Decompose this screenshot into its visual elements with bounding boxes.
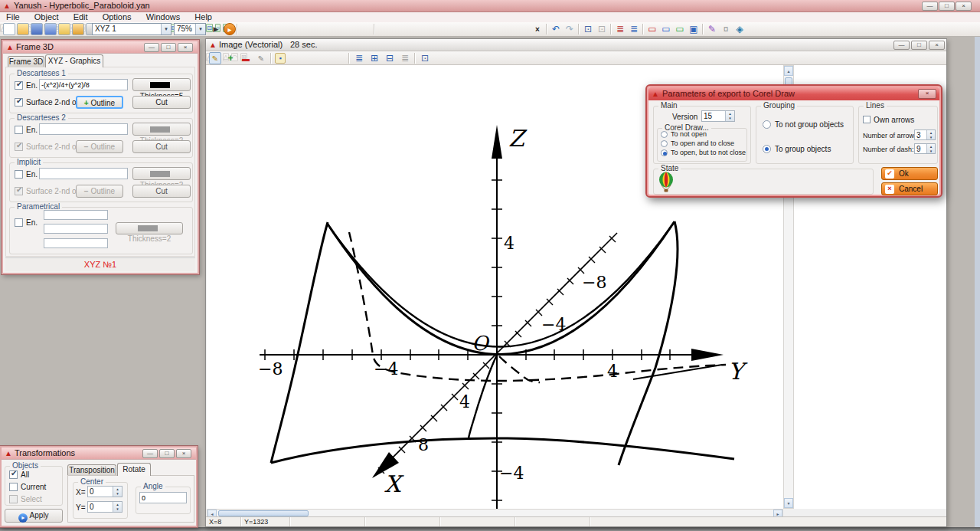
radio-open-close[interactable] (661, 140, 668, 147)
ok-button[interactable]: ✔ Ok (881, 167, 938, 180)
frame3d-minimize-button[interactable]: — (144, 43, 159, 52)
app-minimize-button[interactable]: — (922, 2, 938, 11)
align-row-icon[interactable]: ⊟ (384, 52, 396, 64)
radio-not-open[interactable] (661, 131, 668, 138)
parametrical-z-field[interactable] (44, 238, 108, 248)
x-tick-minus4: −4 (541, 315, 566, 334)
undo-icon[interactable]: ↶ (550, 23, 562, 35)
zoom-select[interactable]: 75% ▾ (174, 23, 206, 35)
dash-count-spinner[interactable]: 9 ▴▾ (914, 143, 936, 154)
menu-help[interactable]: Help (188, 12, 218, 22)
check-icon: ✔ (885, 169, 894, 179)
brush-icon[interactable]: ✎ (706, 23, 718, 35)
radio-open-not-close[interactable] (661, 149, 668, 156)
descartes1-formula-field[interactable] (39, 79, 128, 90)
tab-transposition[interactable]: Transposition (67, 464, 116, 475)
tab-frame3d[interactable]: Frame 3D (8, 56, 44, 67)
delete-icon[interactable]: × (531, 23, 544, 35)
transformations-minimize-button[interactable]: — (142, 449, 158, 458)
redo-icon[interactable]: ↷ (564, 23, 576, 35)
cascade-windows-icon[interactable]: ▣ (688, 23, 700, 35)
run-icon[interactable]: ▸ (224, 23, 236, 35)
radio-group-objects[interactable] (763, 145, 771, 153)
red-frame-icon[interactable]: ▭ (646, 23, 658, 35)
green-frame-icon[interactable]: ▭ (674, 23, 686, 35)
descartes1-enable-checkbox[interactable] (15, 81, 23, 90)
descartes1-thickness-button[interactable]: Thickness=5 (132, 78, 191, 91)
tab-xyz-graphics[interactable]: XYZ - Graphics (45, 54, 103, 67)
new-file-icon[interactable] (3, 23, 15, 35)
descartes2-formula-field[interactable] (39, 123, 128, 135)
menu-windows[interactable]: Windows (140, 12, 187, 22)
tab-rotate[interactable]: Rotate (117, 463, 151, 476)
image-close-button[interactable]: × (929, 41, 945, 50)
descartes1-cut-button[interactable]: Cut (132, 96, 191, 109)
center-x-spinner[interactable]: 0 ▴▾ (87, 486, 122, 497)
parametrical-y-field[interactable] (44, 224, 108, 234)
number-of-dash-label: Number of dash: (863, 146, 914, 153)
descartes1-outline-button[interactable]: + Outline (76, 96, 123, 109)
scroll-down-icon[interactable]: ▾ (784, 498, 793, 508)
implicit-enable-checkbox[interactable] (15, 170, 23, 179)
descartes2-cut-button[interactable]: Cut (132, 140, 191, 153)
save-icon[interactable] (31, 23, 43, 35)
open-file-icon[interactable] (17, 23, 29, 35)
chevron-down-icon[interactable]: ▾ (195, 24, 205, 34)
cancel-button[interactable]: × Cancel (881, 182, 938, 195)
parametrical-x-field[interactable] (44, 210, 108, 220)
export-icon[interactable] (58, 23, 70, 35)
horizontal-scroll-thumb[interactable] (218, 510, 309, 516)
copy-icon[interactable]: ⊡ (582, 23, 594, 35)
app-close-button[interactable]: × (956, 2, 972, 11)
menu-options[interactable]: Options (96, 12, 138, 22)
frame3d-maximize-button[interactable]: □ (161, 43, 176, 52)
property-list-icon[interactable]: ≣ (628, 23, 640, 35)
center-y-spinner[interactable]: 0 ▴▾ (87, 501, 122, 513)
frame3d-close-button[interactable]: × (178, 43, 193, 52)
descartes2-enable-checkbox[interactable] (15, 126, 23, 134)
blue-frame-icon[interactable]: ▭ (660, 23, 672, 35)
copy-image-icon[interactable]: ⊡ (419, 52, 431, 64)
remove-icon[interactable]: ▬ (240, 52, 252, 64)
radio-not-group[interactable] (763, 120, 771, 129)
edit-icon[interactable]: ✎ (255, 52, 267, 64)
object-list-icon[interactable]: ≣ (614, 23, 626, 35)
menu-edit[interactable]: Edit (67, 12, 94, 22)
save-as-icon[interactable] (44, 23, 57, 35)
objects-current-checkbox[interactable] (9, 483, 18, 491)
point-select-icon[interactable]: ▪ (275, 53, 286, 64)
menu-file[interactable]: File (0, 12, 26, 22)
transformations-close-button[interactable]: × (176, 449, 191, 458)
descartes2-group: Descarteses 2 En. Thickness=2 Surface 2-… (9, 118, 193, 158)
image-minimize-button[interactable]: — (893, 41, 910, 50)
scene-select[interactable]: XYZ 1 ▾ (92, 23, 172, 35)
implicit-cut-button[interactable]: Cut (132, 185, 191, 198)
key-icon[interactable]: ¤ (720, 23, 732, 35)
plus-icon: + (84, 99, 89, 107)
app-maximize-button[interactable]: □ (939, 2, 955, 11)
add-icon[interactable]: + (224, 52, 237, 64)
import-icon[interactable] (72, 23, 84, 35)
cursor-tool-icon[interactable]: ▶ (210, 23, 222, 35)
apply-button[interactable]: ▸ Apply (5, 509, 63, 523)
objects-all-checkbox[interactable] (9, 470, 18, 479)
about-icon[interactable]: ◈ (733, 23, 746, 35)
parametrical-en-label: En. (26, 218, 38, 227)
export-dialog-close-button[interactable]: × (918, 89, 936, 99)
own-arrows-checkbox[interactable] (863, 116, 871, 123)
implicit-formula-field[interactable] (39, 168, 128, 179)
align-grid-icon[interactable]: ⊞ (368, 52, 381, 64)
align-stack-icon[interactable]: ≣ (353, 52, 365, 64)
image-maximize-button[interactable]: □ (911, 41, 927, 50)
pencil-icon[interactable]: ✎ (209, 52, 221, 64)
rotate-tab-content: Center X= 0 ▴▾ Y= 0 ▴▾ Angle (67, 475, 194, 523)
parametrical-enable-checkbox[interactable] (15, 218, 23, 227)
descartes1-surface-checkbox[interactable] (15, 98, 23, 107)
angle-field[interactable] (139, 492, 187, 503)
menu-object[interactable]: Object (28, 12, 65, 22)
chevron-down-icon[interactable]: ▾ (161, 24, 171, 34)
version-spinner[interactable]: 15 ▴▾ (701, 110, 735, 122)
transformations-maximize-button[interactable]: □ (159, 449, 175, 458)
arrow-count-spinner[interactable]: 3 ▴▾ (914, 129, 936, 140)
scroll-up-icon[interactable]: ▴ (784, 66, 793, 76)
